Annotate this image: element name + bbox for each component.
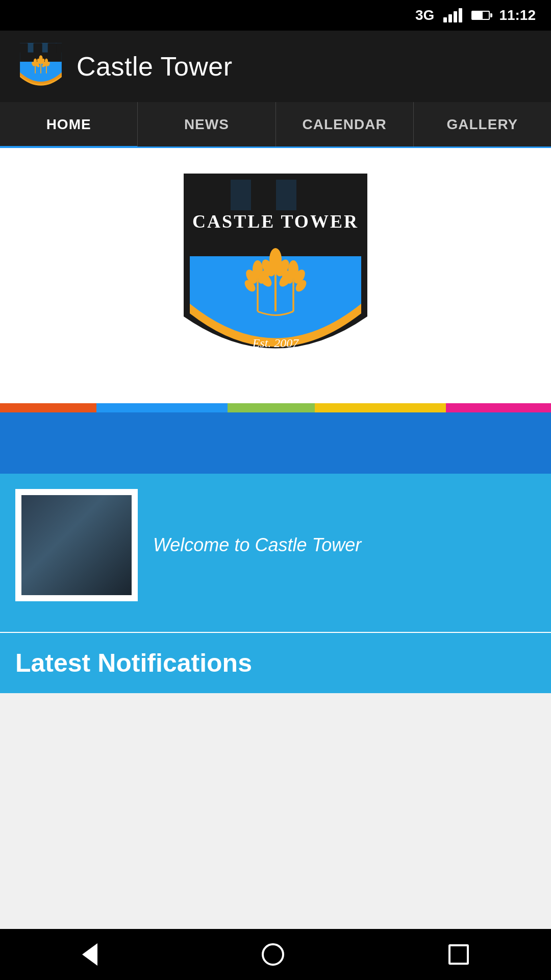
recents-icon xyxy=(448,944,469,965)
home-button[interactable] xyxy=(262,943,284,966)
svg-rect-22 xyxy=(207,180,230,210)
svg-rect-24 xyxy=(252,180,275,210)
bottom-nav-bar xyxy=(0,929,551,980)
color-stripe-bar xyxy=(0,403,551,412)
svg-point-57 xyxy=(109,495,124,508)
stripe-blue xyxy=(96,403,228,412)
stripe-pink xyxy=(446,403,551,412)
network-indicator: 3G xyxy=(415,7,434,23)
blue-banner xyxy=(0,412,551,474)
svg-rect-46 xyxy=(21,495,132,595)
svg-rect-26 xyxy=(297,180,320,210)
signal-icon xyxy=(443,8,462,22)
tab-calendar[interactable]: CALENDAR xyxy=(276,102,414,146)
home-icon xyxy=(262,943,284,966)
notifications-title: Latest Notifications xyxy=(15,649,252,677)
svg-rect-6 xyxy=(57,43,62,53)
svg-rect-2 xyxy=(28,43,34,53)
stripe-green xyxy=(228,403,315,412)
svg-rect-47 xyxy=(21,526,132,595)
logo-section: CASTLE TOWER Est. 2007 xyxy=(0,148,551,403)
svg-point-54 xyxy=(64,564,89,574)
svg-text:CASTLE TOWER: CASTLE TOWER xyxy=(192,211,359,232)
svg-rect-55 xyxy=(64,564,89,574)
welcome-image-container[interactable] xyxy=(15,489,138,601)
app-logo-icon xyxy=(15,41,66,92)
app-title: Castle Tower xyxy=(77,51,233,82)
svg-rect-53 xyxy=(93,548,107,574)
svg-rect-49 xyxy=(44,552,60,575)
main-shield-logo: CASTLE TOWER Est. 2007 xyxy=(179,168,372,383)
svg-point-48 xyxy=(44,535,60,552)
welcome-text: Welcome to Castle Tower xyxy=(153,534,361,556)
welcome-section: Welcome to Castle Tower xyxy=(0,474,551,632)
svg-rect-3 xyxy=(34,43,41,53)
back-icon xyxy=(82,943,97,966)
tab-gallery[interactable]: GALLERY xyxy=(414,102,551,146)
tab-news[interactable]: NEWS xyxy=(138,102,276,146)
svg-rect-25 xyxy=(276,180,296,210)
recents-button[interactable] xyxy=(448,944,469,965)
app-header: Castle Tower xyxy=(0,31,551,102)
stripe-yellow xyxy=(315,403,446,412)
svg-rect-5 xyxy=(48,43,56,53)
svg-rect-27 xyxy=(321,180,344,210)
svg-point-56 xyxy=(29,495,44,508)
svg-rect-23 xyxy=(231,180,251,210)
notifications-section: Latest Notifications xyxy=(0,633,551,693)
time-display: 11:12 xyxy=(499,7,536,23)
svg-rect-4 xyxy=(42,43,48,53)
svg-point-50 xyxy=(68,532,85,548)
welcome-image xyxy=(21,495,132,595)
status-bar: 3G 11:12 xyxy=(0,0,551,31)
svg-rect-1 xyxy=(20,43,27,53)
tab-home[interactable]: HOME xyxy=(0,102,138,146)
battery-icon xyxy=(471,11,490,20)
svg-point-52 xyxy=(93,534,108,548)
svg-rect-51 xyxy=(68,548,85,575)
stripe-orange xyxy=(0,403,96,412)
back-button[interactable] xyxy=(82,943,97,966)
nav-tabs: HOME NEWS CALENDAR GALLERY xyxy=(0,102,551,148)
svg-text:Est. 2007: Est. 2007 xyxy=(252,336,299,350)
main-content: CASTLE TOWER Est. 2007 xyxy=(0,148,551,693)
